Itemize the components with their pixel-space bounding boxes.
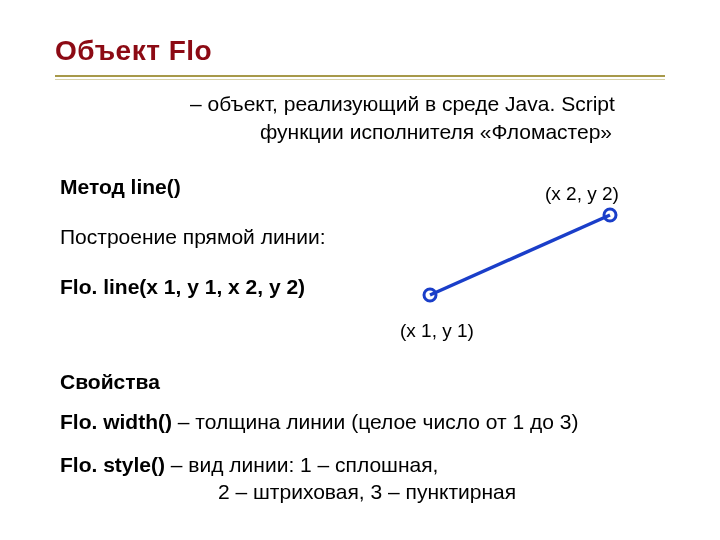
- title-underline: [55, 75, 665, 80]
- width-prop-desc: – толщина линии (целое число от 1 до 3): [172, 410, 578, 433]
- page-title: Объект Flo: [55, 35, 212, 67]
- style-prop-desc-1: – вид линии: 1 – сплошная,: [165, 453, 438, 476]
- call-signature: Flo. line(x 1, y 1, x 2, y 2): [60, 275, 305, 299]
- method-heading: Метод line(): [60, 175, 181, 199]
- style-property-line-1: Flo. style() – вид линии: 1 – сплошная,: [60, 453, 438, 477]
- style-prop-name: Flo. style(): [60, 453, 165, 476]
- properties-heading: Cвойства: [60, 370, 160, 394]
- intro-line-1: – объект, реализующий в среде Java. Scri…: [190, 92, 615, 116]
- intro-line-2: функции исполнителя «Фломастер»: [260, 120, 612, 144]
- construction-text: Построение прямой линии:: [60, 225, 326, 249]
- width-prop-name: Flo. width(): [60, 410, 172, 433]
- svg-line-0: [430, 215, 610, 295]
- line-diagram-icon: [380, 170, 640, 330]
- width-property: Flo. width() – толщина линии (целое числ…: [60, 410, 578, 434]
- slide: Объект Flo – объект, реализующий в среде…: [0, 0, 720, 540]
- style-property-line-2: 2 – штриховая, 3 – пунктирная: [218, 480, 516, 504]
